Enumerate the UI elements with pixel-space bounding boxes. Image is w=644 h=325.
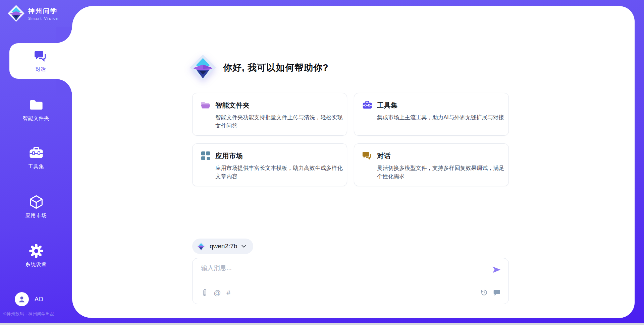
card-toolset[interactable]: 工具集 集成市场上主流工具，助力AI与外界无缝扩展与对接 (354, 93, 509, 136)
model-selector[interactable]: qwen2:7b (192, 239, 253, 254)
card-chat[interactable]: 对话 灵活切换多模型文件，支持多样回复效果调试，满足个性化需求 (354, 143, 509, 186)
briefcase-icon (362, 100, 372, 110)
chevron-down-icon (241, 245, 247, 248)
attachment-icon[interactable] (201, 288, 208, 297)
sidebar-item-label: 应用市场 (25, 212, 47, 219)
cube-3d-icon (29, 195, 43, 209)
card-description: 应用市场提供丰富长文本模板，助力高效生成多样化文章内容 (215, 164, 347, 181)
chat-bubbles-icon (34, 50, 48, 63)
gem-logo-icon (7, 5, 25, 22)
composer-right-tools (480, 289, 500, 296)
app-grid-icon (201, 151, 211, 161)
card-description: 集成市场上主流工具，助力AI与外界无缝扩展与对接 (377, 113, 508, 122)
gem-logo-icon (197, 242, 206, 251)
chat-bubbles-icon (362, 151, 372, 161)
card-title: 智能文件夹 (215, 101, 250, 110)
gem-logo-icon (190, 54, 216, 81)
history-icon[interactable] (480, 289, 488, 296)
card-title: 对话 (377, 151, 391, 160)
quick-reply-icon[interactable] (493, 289, 500, 296)
person-icon (17, 295, 26, 304)
user-profile[interactable]: AD (15, 292, 44, 306)
sidebar-item-smart-folder[interactable]: 智能文件夹 (0, 98, 72, 122)
topic-icon[interactable]: # (226, 289, 230, 296)
send-icon[interactable] (492, 265, 501, 274)
sidebar-item-app-market[interactable]: 应用市场 (0, 195, 72, 219)
sidebar-item-settings[interactable]: 系统设置 (0, 244, 72, 268)
message-input[interactable] (201, 264, 486, 281)
horizontal-scrollbar[interactable] (0, 323, 644, 325)
open-folder-icon (201, 100, 211, 110)
welcome-hero: 你好, 我可以如何帮助你? (190, 54, 329, 81)
composer-divider (199, 284, 502, 284)
tab-curve-bottom (56, 79, 72, 95)
tab-curve-top (56, 27, 72, 43)
mention-icon[interactable]: @ (214, 289, 221, 296)
briefcase-icon (29, 146, 44, 160)
main-content-panel: 你好, 我可以如何帮助你? 智能文件夹 智能文件夹功能支持批量文件上传与清洗，轻… (72, 6, 635, 318)
message-composer: @ # (192, 258, 509, 304)
card-app-market[interactable]: 应用市场 应用市场提供丰富长文本模板，助力高效生成多样化文章内容 (192, 143, 347, 186)
sidebar-item-label: 智能文件夹 (23, 115, 50, 122)
sidebar-item-label: 工具集 (28, 164, 44, 170)
sidebar-item-toolset[interactable]: 工具集 (0, 146, 72, 170)
model-name: qwen2:7b (210, 243, 237, 250)
sidebar-item-chat[interactable]: 对话 (9, 43, 72, 79)
gear-icon (29, 244, 44, 258)
copyright-text: ©神州数码 · 神州问学出品 (3, 311, 54, 317)
card-title: 工具集 (377, 101, 398, 110)
folder-icon (29, 99, 43, 111)
card-description: 智能文件夹功能支持批量文件上传与清洗，轻松实现文件问答 (215, 113, 347, 130)
user-name: AD (35, 296, 44, 303)
feature-cards: 智能文件夹 智能文件夹功能支持批量文件上传与清洗，轻松实现文件问答 工具集 集成… (192, 93, 509, 186)
brand-logo: 神州问学 Smart Vision (7, 5, 59, 22)
sidebar-item-label: 系统设置 (25, 261, 47, 268)
card-smart-folder[interactable]: 智能文件夹 智能文件夹功能支持批量文件上传与清洗，轻松实现文件问答 (192, 93, 347, 136)
avatar (15, 292, 29, 306)
greeting-title: 你好, 我可以如何帮助你? (223, 62, 329, 74)
brand-name: 神州问学 (28, 7, 59, 15)
card-description: 灵活切换多模型文件，支持多样回复效果调试，满足个性化需求 (377, 164, 508, 181)
sidebar-item-label: 对话 (36, 66, 46, 73)
composer-left-tools: @ # (201, 288, 230, 297)
brand-subtitle: Smart Vision (28, 16, 59, 20)
card-title: 应用市场 (215, 151, 243, 160)
